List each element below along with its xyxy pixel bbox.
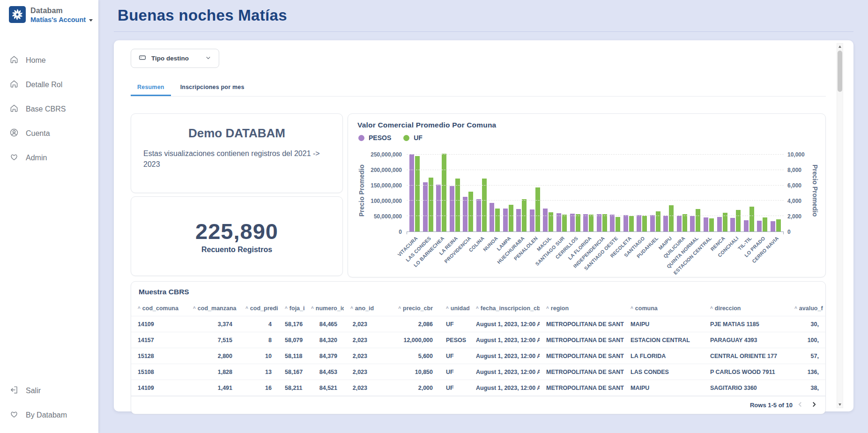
- column-header-ano-id[interactable]: ^ano_id: [344, 301, 374, 316]
- scrollbar-thumb[interactable]: [838, 51, 842, 92]
- y-axis-tick-right: 2,000: [787, 213, 801, 220]
- sidebar-item-cuenta[interactable]: Cuenta: [0, 121, 98, 146]
- column-header-numero-id[interactable]: ^numero_id: [304, 301, 344, 316]
- column-header-label: ano_id: [355, 305, 374, 312]
- column-header-label: unidad: [451, 305, 469, 312]
- chevron-down-icon: [205, 54, 212, 63]
- column-header-region[interactable]: ^region: [540, 301, 624, 316]
- chart-bar-group-santiago: SANTIAGO: [637, 149, 647, 231]
- chart-bar-group-recoleta: RECOLETA: [623, 149, 634, 231]
- sidebar-item-by-databam[interactable]: By Databam: [0, 403, 98, 427]
- chart-bar-group-penalolen: PENALOLEN: [530, 149, 540, 231]
- scroll-up-button[interactable]: [837, 44, 843, 50]
- chart-bar-group-huechuraba: HUECHURABA: [516, 149, 527, 231]
- column-header-label: region: [551, 305, 569, 312]
- pinwheel-logo-icon[interactable]: [9, 6, 26, 23]
- main-area: Buenas noches Matías Tipo destino Resume…: [98, 0, 868, 433]
- table-cell: 84,320: [304, 332, 344, 348]
- vertical-scrollbar[interactable]: [837, 43, 843, 408]
- account-switcher[interactable]: Matías's Account: [30, 15, 93, 24]
- chart-bar-pesos: [463, 197, 467, 231]
- table-cell: P CARLOS WOOD 7911: [704, 364, 788, 380]
- home-icon: [9, 79, 19, 90]
- chart-bar-group-las-condes: LAS CONDES: [423, 149, 433, 231]
- chart-bar-group-conchali: CONCHALI: [730, 149, 741, 231]
- pagination-next-button[interactable]: [808, 399, 821, 412]
- tipo-destino-filter-button[interactable]: Tipo destino: [131, 49, 219, 68]
- column-header-direccion[interactable]: ^direccion: [704, 301, 788, 316]
- table-row: 141577,515858,07984,3202,02312,000,000PE…: [131, 332, 825, 348]
- table-row: 141093,374458,17684,4652,0232,086UFAugus…: [131, 316, 825, 332]
- chart-bar-uf: [683, 214, 687, 231]
- sidebar-item-home[interactable]: Home: [0, 48, 98, 73]
- table-cell: 58,118: [278, 348, 304, 364]
- table-cell: 58,079: [278, 332, 304, 348]
- pagination-prev-button[interactable]: [794, 399, 807, 412]
- table-cell: METROPOLITANA DE SANTIAGO: [540, 316, 624, 332]
- sort-caret-icon: ^: [794, 306, 797, 311]
- table-cell: PARAGUAY 4393: [704, 332, 788, 348]
- chart-bar-uf: [468, 192, 473, 231]
- y-axis-label-right: Precio Promedio: [811, 149, 819, 232]
- column-header-comuna[interactable]: ^comuna: [624, 301, 704, 316]
- table-cell: 2,023: [344, 316, 374, 332]
- chart-bar-pesos: [623, 215, 628, 231]
- sidebar-item-base-cbrs[interactable]: Base CBRS: [0, 97, 98, 121]
- table-cell: 84,453: [304, 364, 344, 380]
- column-header-label: avaluo_f: [799, 305, 823, 312]
- chart-bar-group-lo-prado: LO PRADO: [757, 149, 767, 231]
- chart-bar-uf: [696, 209, 700, 231]
- chart-bar-uf: [429, 178, 433, 231]
- chart-bar-pesos: [490, 203, 494, 231]
- page-title: Buenas noches Matías: [118, 7, 853, 24]
- sidebar-item-salir[interactable]: Salir: [0, 379, 98, 403]
- chart-bar-pesos: [530, 209, 534, 231]
- sidebar-footer-menu: SalirBy Databam: [0, 379, 98, 427]
- table-cell: 30,: [788, 316, 825, 332]
- scroll-down-button[interactable]: [837, 402, 843, 408]
- table-cell: LAS CONDES: [624, 364, 704, 380]
- table-cell: August 1, 2023, 12:00 AM: [469, 348, 540, 364]
- tab-inscripciones-por-mes[interactable]: Inscripciones por mes: [174, 80, 251, 96]
- chart-bar-group-macul: MACUL: [543, 149, 553, 231]
- record-count-value: 225,890: [195, 218, 278, 244]
- column-header-label: precio_cbr: [403, 305, 433, 312]
- table-cell: 2,800: [186, 348, 239, 364]
- sidebar-item-detalle-rol[interactable]: Detalle Rol: [0, 73, 98, 97]
- column-header-label: cod_comuna: [142, 305, 178, 312]
- chart-bar-pesos: [677, 216, 682, 231]
- chart-bar-uf: [509, 205, 513, 231]
- column-header-fecha-inscripcion-cbr[interactable]: ^fecha_inscripcion_cbr: [469, 301, 540, 316]
- table-cell: 100,: [788, 332, 825, 348]
- column-header-cod-manzana[interactable]: ^cod_manzana: [186, 301, 239, 316]
- column-header-cod-comuna[interactable]: ^cod_comuna: [131, 301, 186, 316]
- chart-bar-pesos: [637, 215, 641, 231]
- sort-caret-icon: ^: [193, 306, 196, 311]
- y-axis-tick-right: 4,000: [787, 198, 801, 204]
- table-cell: 14157: [131, 332, 186, 348]
- sidebar-item-label: Admin: [26, 154, 47, 162]
- demo-info-card: Demo DATABAM Estas visualizaciones conti…: [131, 113, 343, 193]
- column-header-precio-cbr[interactable]: ^precio_cbr: [374, 301, 439, 316]
- chart-bar-group-la-florida: LA FLORIDA: [583, 149, 594, 231]
- table-row: 141091,4911658,21184,5212,0232,000UFAugu…: [131, 380, 825, 396]
- chart-bar-uf: [495, 209, 500, 231]
- column-header-foja-id[interactable]: ^foja_id: [278, 301, 304, 316]
- heart-icon: [9, 152, 19, 164]
- y-axis-tick-left: 250,000,000: [371, 151, 402, 158]
- chart-bar-group-renca: RENCA: [717, 149, 727, 231]
- column-header-avaluo-f[interactable]: ^avaluo_f: [788, 301, 825, 316]
- sort-caret-icon: ^: [285, 306, 288, 311]
- chart-bar-pesos: [543, 209, 548, 231]
- chart-bar-uf: [535, 187, 540, 231]
- sidebar-item-admin[interactable]: Admin: [0, 146, 98, 170]
- column-header-label: cod_manzana: [198, 305, 237, 312]
- y-axis-tick-left: 50,000,000: [374, 213, 402, 220]
- column-header-unidad[interactable]: ^unidad: [439, 301, 469, 316]
- tab-resumen[interactable]: Resumen: [131, 80, 171, 96]
- sidebar-menu: HomeDetalle RolBase CBRSCuentaAdmin: [0, 48, 98, 170]
- y-axis-tick-left: 200,000,000: [371, 167, 402, 173]
- column-header-cod-predio[interactable]: ^cod_predio: [239, 301, 278, 316]
- table-cell: 2,023: [344, 332, 374, 348]
- y-axis-tick-right: 8,000: [787, 167, 801, 173]
